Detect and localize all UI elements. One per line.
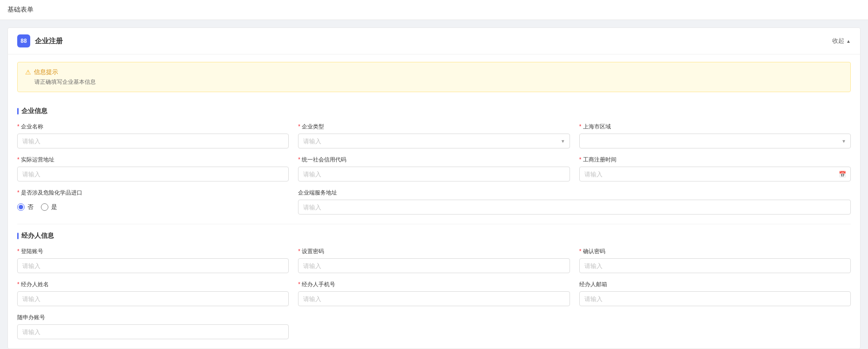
- company-type-select[interactable]: 请输入: [298, 134, 570, 148]
- radio-no-label: 否: [27, 203, 33, 211]
- actual-address-label: 实际运营地址: [17, 156, 289, 164]
- hazard-import-radio-group: 否 是: [17, 200, 289, 215]
- radio-yes-label: 是: [51, 203, 57, 211]
- login-account-label: 登陆账号: [17, 248, 289, 255]
- unified-code-label: 统一社会信用代码: [298, 156, 570, 164]
- card-header-left: 88 企业注册: [17, 34, 63, 47]
- alert-title-text: 信息提示: [34, 68, 58, 76]
- collapse-arrow-icon: ▲: [846, 39, 851, 44]
- login-account-input[interactable]: [17, 258, 289, 273]
- content-area: 88 企业注册 收起 ▲ ⚠ 信息提示 请正确填写企业基本信息 企业信息 企业名…: [0, 20, 868, 349]
- enterprise-row-2: 实际运营地址 统一社会信用代码 工商注册时间 📅: [17, 156, 851, 181]
- company-type-select-wrapper: 请输入: [298, 134, 570, 148]
- operator-phone-field: 经办人手机号: [298, 281, 570, 306]
- login-account-field: 登陆账号: [17, 248, 289, 273]
- shanghai-district-select-wrapper: [579, 134, 851, 148]
- collapse-label: 收起: [832, 37, 844, 45]
- operator-row-3: 随申办账号: [17, 314, 289, 339]
- hazard-import-label: 是否涉及危险化学品进口: [17, 189, 289, 197]
- shanghai-district-label: 上海市区域: [579, 123, 851, 131]
- registration-time-label: 工商注册时间: [579, 156, 851, 164]
- enterprise-row-1: 企业名称 企业类型 请输入 上海市区域: [17, 123, 851, 148]
- radio-no-item[interactable]: 否: [17, 203, 33, 211]
- operator-row-1: 登陆账号 设置密码 确认密码: [17, 248, 851, 273]
- operator-name-input[interactable]: [17, 291, 289, 306]
- actual-address-field: 实际运营地址: [17, 156, 289, 181]
- set-password-input[interactable]: [298, 258, 570, 273]
- company-name-label: 企业名称: [17, 123, 289, 131]
- operator-email-input[interactable]: [579, 291, 851, 306]
- apply-account-label: 随申办账号: [17, 314, 289, 322]
- card-title: 企业注册: [35, 37, 63, 46]
- operator-name-label: 经办人姓名: [17, 281, 289, 289]
- operator-name-field: 经办人姓名: [17, 281, 289, 306]
- warning-icon: ⚠: [25, 68, 31, 76]
- operator-section-title: 经办人信息: [17, 224, 851, 240]
- main-card: 88 企业注册 收起 ▲ ⚠ 信息提示 请正确填写企业基本信息 企业信息 企业名…: [7, 27, 861, 349]
- confirm-password-field: 确认密码: [579, 248, 851, 273]
- set-password-label: 设置密码: [298, 248, 570, 255]
- hazard-import-field: 是否涉及危险化学品进口 否 是: [17, 189, 289, 215]
- apply-account-field: 随申办账号: [17, 314, 289, 339]
- enterprise-row-3: 是否涉及危险化学品进口 否 是 企业端服务地址: [17, 189, 851, 215]
- operator-section: 经办人信息 登陆账号 设置密码 确认密码 经办人姓名: [8, 224, 860, 349]
- set-password-field: 设置密码: [298, 248, 570, 273]
- operator-row-2: 经办人姓名 经办人手机号 经办人邮箱: [17, 281, 851, 306]
- registration-time-input-wrapper: 📅: [579, 167, 851, 181]
- service-address-label: 企业端服务地址: [298, 189, 851, 197]
- company-type-field: 企业类型 请输入: [298, 123, 570, 148]
- alert-description: 请正确填写企业基本信息: [25, 78, 843, 86]
- radio-yes-item[interactable]: 是: [41, 203, 57, 211]
- confirm-password-label: 确认密码: [579, 248, 851, 255]
- collapse-button[interactable]: 收起 ▲: [832, 37, 851, 45]
- registration-time-input[interactable]: [579, 167, 851, 181]
- radio-no-input[interactable]: [17, 203, 25, 211]
- operator-phone-input[interactable]: [298, 291, 570, 306]
- shanghai-district-field: 上海市区域: [579, 123, 851, 148]
- registration-time-field: 工商注册时间 📅: [579, 156, 851, 181]
- radio-yes-input[interactable]: [41, 203, 48, 211]
- unified-code-field: 统一社会信用代码: [298, 156, 570, 181]
- enterprise-section-title: 企业信息: [17, 100, 851, 115]
- service-address-input[interactable]: [298, 200, 851, 215]
- alert-box: ⚠ 信息提示 请正确填写企业基本信息: [17, 62, 851, 92]
- actual-address-input[interactable]: [17, 167, 289, 181]
- company-name-input[interactable]: [17, 134, 289, 148]
- card-header: 88 企业注册 收起 ▲: [8, 28, 860, 54]
- company-type-label: 企业类型: [298, 123, 570, 131]
- unified-code-input[interactable]: [298, 167, 570, 181]
- header-icon: 88: [17, 34, 30, 47]
- operator-email-field: 经办人邮箱: [579, 281, 851, 306]
- shanghai-district-select[interactable]: [579, 134, 851, 148]
- enterprise-section: 企业信息 企业名称 企业类型 请输入 上海市区域: [8, 100, 860, 224]
- operator-phone-label: 经办人手机号: [298, 281, 570, 289]
- apply-account-input[interactable]: [17, 324, 289, 339]
- operator-email-label: 经办人邮箱: [579, 281, 851, 289]
- confirm-password-input[interactable]: [579, 258, 851, 273]
- page-title: 基础表单: [0, 0, 868, 20]
- service-address-field: 企业端服务地址: [298, 189, 851, 215]
- company-name-field: 企业名称: [17, 123, 289, 148]
- alert-title: ⚠ 信息提示: [25, 68, 843, 76]
